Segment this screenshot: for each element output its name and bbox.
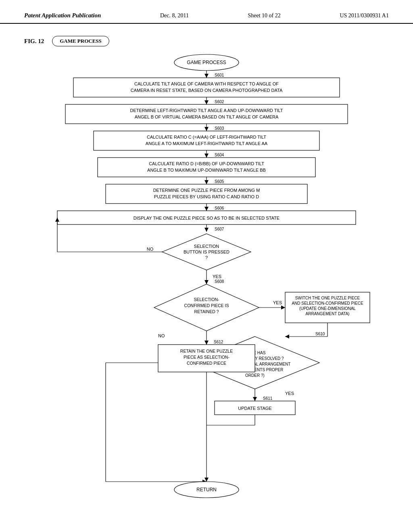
svg-text:YES: YES — [285, 391, 294, 396]
svg-text:DETERMINE LEFT-RIGHTWARD TILT : DETERMINE LEFT-RIGHTWARD TILT ANGLE A AN… — [130, 108, 283, 113]
svg-text:CONFIRMED PIECE: CONFIRMED PIECE — [187, 361, 226, 366]
svg-marker-67 — [285, 335, 289, 339]
svg-text:S601: S601 — [215, 73, 224, 77]
svg-marker-38 — [204, 228, 209, 232]
svg-text:CALCULATE RATIO C (=A/AA) OF L: CALCULATE RATIO C (=A/AA) OF LEFT-RIGHTW… — [147, 135, 266, 139]
svg-text:RETURN: RETURN — [196, 487, 217, 493]
svg-text:RETAIN THE ONE PUZZLE: RETAIN THE ONE PUZZLE — [180, 349, 233, 353]
svg-text:(UPDATE ONE-DIMENSIONAL: (UPDATE ONE-DIMENSIONAL — [299, 306, 356, 311]
svg-text:DISPLAY THE ONE PUZZLE PIECE S: DISPLAY THE ONE PUZZLE PIECE SO AS TO BE… — [133, 216, 280, 220]
flowchart-svg: GAME PROCESS S601 CALCULATE TILT ANGLE O… — [33, 50, 380, 510]
fig-label: FIG. 12 GAME PROCESS — [24, 36, 389, 46]
svg-text:ANGLE B TO MAXIMUM UP-DOWNWARD: ANGLE B TO MAXIMUM UP-DOWNWARD TILT ANGL… — [147, 168, 266, 172]
svg-text:YES: YES — [213, 274, 221, 279]
svg-text:S603: S603 — [215, 126, 224, 131]
svg-text:S607: S607 — [215, 227, 224, 231]
svg-marker-33 — [204, 207, 209, 211]
svg-marker-27 — [204, 180, 209, 184]
svg-text:CAMERA IN RESET STATE, BASED O: CAMERA IN RESET STATE, BASED ON CAMERA P… — [131, 88, 283, 93]
svg-text:S611: S611 — [263, 396, 273, 401]
svg-marker-21 — [204, 154, 209, 158]
header-sheet: Sheet 10 of 22 — [248, 12, 281, 19]
svg-text:S605: S605 — [215, 179, 224, 184]
svg-rect-23 — [98, 158, 315, 177]
page-header: Patent Application Publication Dec. 8, 2… — [0, 0, 413, 24]
svg-marker-90 — [204, 341, 209, 345]
svg-text:CALCULATE RATIO D (=B/BB) OF U: CALCULATE RATIO D (=B/BB) OF UP-DOWNWARD… — [149, 161, 264, 166]
header-center: Dec. 8, 2011 — [160, 12, 189, 19]
svg-text:ANGEL B OF VIRTUAL CAMERA BASE: ANGEL B OF VIRTUAL CAMERA BASED ON TILT … — [135, 114, 279, 119]
svg-text:S610: S610 — [315, 332, 325, 336]
svg-rect-29 — [106, 184, 307, 204]
header-left: Patent Application Publication — [24, 12, 101, 19]
svg-marker-15 — [204, 127, 209, 131]
svg-text:BUTTON IS PRESSED: BUTTON IS PRESSED — [184, 249, 229, 254]
svg-text:NO: NO — [147, 247, 154, 251]
svg-text:?: ? — [205, 255, 208, 260]
svg-text:UPDATE STAGE: UPDATE STAGE — [238, 406, 271, 411]
svg-rect-5 — [73, 78, 340, 97]
svg-text:CALCULATE TILT ANGLE OF CAMERA: CALCULATE TILT ANGLE OF CAMERA WITH RESP… — [134, 81, 279, 86]
svg-text:SELECTION: SELECTION — [194, 244, 219, 249]
svg-marker-3 — [204, 74, 209, 78]
svg-marker-9 — [204, 100, 209, 104]
svg-text:NO: NO — [158, 333, 165, 338]
svg-text:SWITCH THE ONE PUZZLE PIECE: SWITCH THE ONE PUZZLE PIECE — [295, 296, 360, 300]
figure-title-box: GAME PROCESS — [52, 36, 109, 46]
svg-text:S604: S604 — [215, 153, 224, 157]
svg-marker-58 — [281, 305, 285, 310]
svg-text:DETERMINE ONE PUZZLE PIECE FRO: DETERMINE ONE PUZZLE PIECE FROM AMONG M — [153, 188, 260, 193]
svg-text:S608: S608 — [215, 279, 224, 284]
svg-text:YES: YES — [273, 300, 282, 305]
svg-text:ORDER ?): ORDER ?) — [245, 373, 265, 378]
svg-text:S602: S602 — [215, 100, 224, 104]
svg-text:PIECE AS SELECTION-: PIECE AS SELECTION- — [184, 355, 229, 360]
svg-text:PUZZLE PIECES BY USING RATIO C: PUZZLE PIECES BY USING RATIO C AND RATIO… — [154, 194, 259, 199]
svg-text:ARRANGEMENT DATA): ARRANGEMENT DATA) — [306, 312, 350, 316]
svg-text:S606: S606 — [215, 206, 224, 210]
flowchart-wrapper: GAME PROCESS S601 CALCULATE TILT ANGLE O… — [33, 50, 380, 510]
svg-text:AND SELECTION-CONFIRMED PIECE: AND SELECTION-CONFIRMED PIECE — [292, 301, 363, 305]
svg-marker-50 — [204, 280, 209, 284]
svg-rect-17 — [94, 131, 319, 150]
svg-marker-82 — [253, 397, 257, 401]
diagram-area: FIG. 12 GAME PROCESS GAME PROCESS S601 C… — [0, 32, 413, 522]
svg-text:SELECTION-: SELECTION- — [194, 297, 219, 302]
svg-text:ANGLE A TO MAXIMUM LEFT-RIGHTW: ANGLE A TO MAXIMUM LEFT-RIGHTWARD TILT A… — [146, 141, 268, 146]
svg-text:RETAINED ?: RETAINED ? — [194, 309, 219, 314]
svg-rect-11 — [65, 104, 348, 124]
header-right: US 2011/0300931 A1 — [340, 12, 389, 19]
svg-text:GAME PROCESS: GAME PROCESS — [187, 60, 226, 65]
svg-text:S612: S612 — [214, 340, 223, 344]
figure-label: FIG. 12 — [24, 38, 44, 45]
svg-text:CONFIRMED PIECE IS: CONFIRMED PIECE IS — [184, 303, 229, 308]
